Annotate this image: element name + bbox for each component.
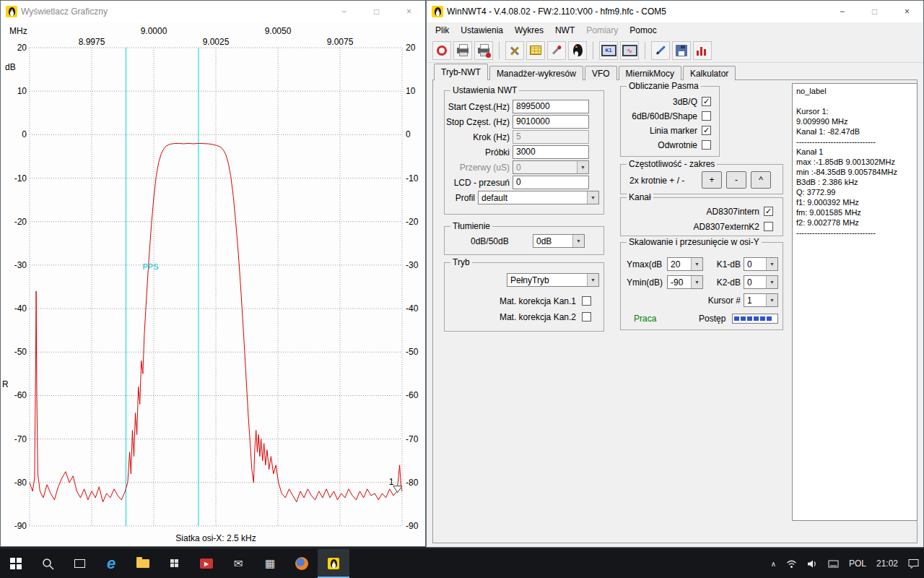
taskbar-store[interactable] [159, 549, 191, 578]
profil-combo[interactable]: default▼ [478, 191, 599, 204]
menu-nwt[interactable]: NWT [549, 23, 580, 38]
start-freq-input[interactable]: 8995000 [513, 100, 589, 113]
svg-text:-40: -40 [14, 303, 27, 314]
stop-freq-input[interactable]: 9010000 [513, 115, 589, 129]
svg-text:dB: dB [5, 62, 16, 72]
taskbar-winnwt[interactable] [318, 549, 349, 578]
search-button[interactable] [32, 549, 64, 578]
minimize-icon[interactable]: − [328, 1, 360, 22]
tryb-combo[interactable]: PełnyTryb▼ [507, 273, 599, 287]
k1-combo[interactable]: 0▼ [744, 257, 778, 271]
menu-pomoc[interactable]: Pomoc [624, 23, 662, 38]
tools-icon[interactable] [505, 41, 524, 60]
maximize-icon[interactable]: □ [360, 1, 393, 22]
start-button[interactable] [0, 549, 32, 578]
zakres-plus-button[interactable]: + [702, 171, 722, 189]
start-freq-label: Start Częst.(Hz) [446, 102, 510, 112]
stop-freq-label: Stop Częst. (Hz) [446, 117, 510, 127]
taskbar-file-explorer[interactable] [127, 549, 159, 578]
table-icon[interactable] [526, 41, 545, 60]
tab-miernik-mocy[interactable]: MiernikMocy [619, 66, 681, 80]
print-pdf-icon[interactable] [474, 41, 493, 60]
task-view-icon [74, 559, 85, 568]
svg-text:10: 10 [406, 86, 416, 96]
print-icon[interactable] [453, 41, 472, 60]
taskbar-media[interactable]: ▶ [191, 549, 222, 578]
plot-svg[interactable]: 2020101000-10-10-20-20-30-30-40-40-50-50… [1, 22, 425, 547]
svg-text:-10: -10 [406, 173, 419, 184]
tab-kalkulator[interactable]: Kalkulator [683, 66, 736, 80]
taskbar-edge[interactable]: e [95, 549, 127, 578]
menu-plik[interactable]: Plik [430, 23, 455, 38]
clock[interactable]: 21:02 [871, 549, 903, 578]
tab-manadzer-wykresow[interactable]: Manadżer-wykresów [489, 66, 583, 80]
ymax-value: 20 [671, 259, 680, 269]
penguin-icon [435, 7, 441, 16]
tab-tryb-nwt[interactable]: Tryb-NWT [434, 64, 488, 80]
chevron-down-icon: ▼ [587, 274, 598, 286]
sweep-window-k1-icon[interactable]: K1 [599, 41, 618, 60]
svg-text:-60: -60 [14, 390, 27, 400]
task-view-button[interactable] [64, 549, 95, 578]
maximize-icon[interactable]: □ [858, 1, 891, 22]
korekcja1-checkbox[interactable] [582, 296, 591, 306]
probki-input[interactable]: 3000 [513, 145, 589, 159]
svg-text:9.0000: 9.0000 [141, 26, 167, 36]
svg-text:PPS: PPS [143, 262, 159, 271]
keyboard-button[interactable] [823, 549, 844, 578]
svg-text:8.9975: 8.9975 [79, 37, 105, 47]
group-title: Częstotliwość - zakres [627, 159, 717, 169]
info-line: f1: 9.000392 MHz [796, 197, 913, 207]
network-button[interactable] [781, 549, 802, 578]
taskbar-firefox[interactable] [286, 549, 318, 578]
close-icon[interactable]: × [891, 1, 923, 22]
zakres-minus-button[interactable]: - [726, 171, 746, 189]
close-icon[interactable]: × [393, 1, 425, 22]
graph-red-icon[interactable] [693, 41, 712, 60]
sweep-window-k2-icon[interactable]: ∿ [620, 41, 639, 60]
info-panel: no_label Kursor 1:9.009990 MHzKanał 1: -… [792, 83, 918, 521]
action-center-button[interactable] [903, 549, 924, 578]
svg-text:20: 20 [17, 43, 27, 53]
profil-label: Profil [446, 193, 475, 203]
krok-input: 5 [513, 130, 589, 144]
info-line: ------------------------------ [796, 137, 913, 147]
kursor-combo[interactable]: 1▼ [744, 293, 778, 307]
odwrotnie-checkbox[interactable] [702, 140, 711, 150]
minimize-icon[interactable]: − [826, 1, 858, 22]
winnwt-app-icon [6, 6, 17, 17]
volume-button[interactable] [802, 549, 823, 578]
ymin-combo[interactable]: -90▼ [667, 275, 703, 289]
k2-label: K2-dB [712, 277, 741, 288]
6db-60db-shape-checkbox[interactable] [702, 111, 711, 121]
menu-ustawienia[interactable]: Ustawienia [455, 23, 509, 38]
ymax-combo[interactable]: 20▼ [667, 257, 703, 271]
k2-combo[interactable]: 0▼ [744, 275, 778, 289]
lcd-input[interactable]: 0 [513, 176, 589, 189]
tlumienie-combo[interactable]: 0dB▼ [533, 234, 585, 248]
penguin-icon[interactable] [568, 41, 587, 60]
edit-icon[interactable] [651, 41, 670, 60]
3db-q-checkbox[interactable]: ✓ [702, 97, 711, 106]
save-icon[interactable] [672, 41, 691, 60]
svg-text:9.0025: 9.0025 [203, 37, 230, 47]
group-title: Obliczanie Pasma [627, 81, 701, 91]
language-indicator[interactable]: POL [844, 549, 871, 578]
zakres-caret-button[interactable]: ^ [751, 171, 771, 189]
taskbar-apps-grid[interactable]: ▦ [254, 549, 286, 578]
ad8307intern-checkbox[interactable]: ✓ [764, 207, 773, 216]
wand-icon[interactable] [547, 41, 566, 60]
korekcja2-checkbox[interactable] [582, 312, 591, 322]
menu-wykres[interactable]: Wykres [509, 23, 549, 38]
krok-label: Krok (Hz) [446, 132, 510, 142]
taskbar-mail[interactable]: ✉ [222, 549, 254, 578]
ad8307externk2-checkbox[interactable] [764, 222, 773, 231]
winnwt-titlebar: WinNWT4 - V.4.08.02 - FW:2.110:V00 - hfm… [427, 1, 923, 22]
przerwy-label: Przerwy (uS) [446, 163, 510, 173]
linia-marker-checkbox[interactable]: ✓ [702, 126, 711, 135]
store-icon [170, 559, 179, 568]
hidden-icons-button[interactable]: ∧ [766, 549, 781, 578]
tab-vfo[interactable]: VFO [585, 66, 617, 80]
svg-text:0: 0 [406, 129, 411, 139]
power-icon[interactable] [432, 41, 451, 60]
